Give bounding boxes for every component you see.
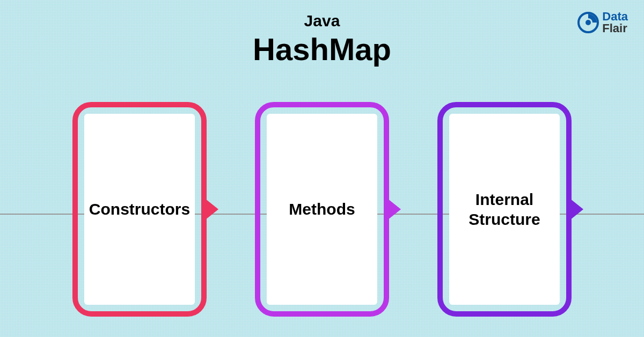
arrow-right-icon: [202, 196, 218, 222]
page-title: HashMap: [253, 31, 391, 67]
page-subtitle: Java: [253, 12, 391, 30]
cards-row: Constructors Methods Internal Structure: [0, 102, 644, 317]
arrow-right-icon: [567, 196, 583, 222]
card-label: Methods: [289, 199, 355, 219]
dataflair-logo-icon: [577, 12, 599, 33]
page-title-block: Java HashMap: [253, 12, 391, 67]
card-internal-structure: Internal Structure: [437, 102, 572, 317]
brand-text-flair: Flair: [602, 23, 628, 34]
brand-text: Data Flair: [602, 11, 628, 34]
card-constructors: Constructors: [72, 102, 207, 317]
arrow-right-icon: [385, 196, 401, 222]
card-methods: Methods: [255, 102, 389, 317]
brand-logo: Data Flair: [577, 11, 628, 34]
brand-text-data: Data: [602, 11, 628, 23]
card-label: Constructors: [89, 199, 190, 219]
card-label: Internal Structure: [460, 189, 549, 230]
svg-point-1: [586, 20, 591, 25]
